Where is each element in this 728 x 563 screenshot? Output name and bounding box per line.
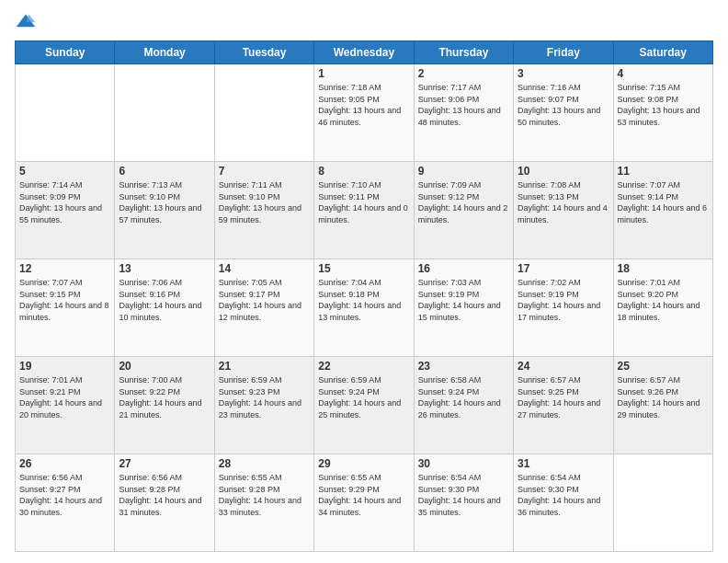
day-cell: 23Sunrise: 6:58 AM Sunset: 9:24 PM Dayli…	[414, 357, 513, 454]
day-cell: 22Sunrise: 6:59 AM Sunset: 9:24 PM Dayli…	[314, 357, 414, 454]
calendar-table: SundayMondayTuesdayWednesdayThursdayFrid…	[15, 40, 713, 552]
day-info: Sunrise: 7:17 AM Sunset: 9:06 PM Dayligh…	[418, 82, 509, 128]
day-cell: 19Sunrise: 7:01 AM Sunset: 9:21 PM Dayli…	[16, 357, 115, 454]
day-number: 2	[418, 67, 509, 80]
day-info: Sunrise: 7:13 AM Sunset: 9:10 PM Dayligh…	[119, 179, 210, 225]
day-info: Sunrise: 7:11 AM Sunset: 9:10 PM Dayligh…	[219, 179, 310, 225]
day-info: Sunrise: 6:57 AM Sunset: 9:25 PM Dayligh…	[518, 374, 609, 420]
day-number: 10	[518, 165, 609, 178]
col-header-sunday: Sunday	[16, 41, 115, 64]
day-info: Sunrise: 7:04 AM Sunset: 9:18 PM Dayligh…	[318, 277, 409, 323]
day-number: 27	[119, 457, 210, 470]
day-cell: 24Sunrise: 6:57 AM Sunset: 9:25 PM Dayli…	[514, 357, 613, 454]
day-info: Sunrise: 7:05 AM Sunset: 9:17 PM Dayligh…	[219, 277, 310, 323]
day-cell: 15Sunrise: 7:04 AM Sunset: 9:18 PM Dayli…	[314, 259, 414, 357]
day-number: 21	[219, 360, 310, 373]
day-cell: 5Sunrise: 7:14 AM Sunset: 9:09 PM Daylig…	[16, 162, 115, 259]
day-info: Sunrise: 7:01 AM Sunset: 9:20 PM Dayligh…	[618, 277, 709, 323]
col-header-thursday: Thursday	[414, 41, 513, 64]
week-row-2: 12Sunrise: 7:07 AM Sunset: 9:15 PM Dayli…	[16, 259, 713, 357]
day-info: Sunrise: 7:14 AM Sunset: 9:09 PM Dayligh…	[19, 179, 110, 225]
day-cell: 25Sunrise: 6:57 AM Sunset: 9:26 PM Dayli…	[613, 357, 712, 454]
day-number: 4	[618, 67, 709, 80]
col-header-tuesday: Tuesday	[214, 41, 313, 64]
day-info: Sunrise: 7:01 AM Sunset: 9:21 PM Dayligh…	[19, 374, 110, 420]
day-cell: 12Sunrise: 7:07 AM Sunset: 9:15 PM Dayli…	[16, 259, 115, 357]
logo-icon	[15, 11, 37, 33]
day-cell: 20Sunrise: 7:00 AM Sunset: 9:22 PM Dayli…	[115, 357, 214, 454]
day-info: Sunrise: 6:55 AM Sunset: 9:29 PM Dayligh…	[318, 472, 409, 518]
day-info: Sunrise: 6:55 AM Sunset: 9:28 PM Dayligh…	[219, 472, 310, 518]
day-cell: 10Sunrise: 7:08 AM Sunset: 9:13 PM Dayli…	[514, 162, 613, 259]
day-number: 31	[518, 457, 609, 470]
day-cell: 2Sunrise: 7:17 AM Sunset: 9:06 PM Daylig…	[414, 64, 513, 162]
day-number: 26	[19, 457, 110, 470]
day-cell	[214, 64, 313, 162]
col-header-saturday: Saturday	[613, 41, 712, 64]
day-cell: 16Sunrise: 7:03 AM Sunset: 9:19 PM Dayli…	[414, 259, 513, 357]
day-cell: 31Sunrise: 6:54 AM Sunset: 9:30 PM Dayli…	[514, 454, 613, 552]
day-info: Sunrise: 7:18 AM Sunset: 9:05 PM Dayligh…	[318, 82, 409, 128]
day-info: Sunrise: 6:54 AM Sunset: 9:30 PM Dayligh…	[418, 472, 509, 518]
day-info: Sunrise: 7:10 AM Sunset: 9:11 PM Dayligh…	[318, 179, 409, 225]
day-info: Sunrise: 6:59 AM Sunset: 9:24 PM Dayligh…	[318, 374, 409, 420]
day-info: Sunrise: 7:16 AM Sunset: 9:07 PM Dayligh…	[518, 82, 609, 128]
day-info: Sunrise: 7:07 AM Sunset: 9:15 PM Dayligh…	[19, 277, 110, 323]
day-cell: 28Sunrise: 6:55 AM Sunset: 9:28 PM Dayli…	[214, 454, 313, 552]
day-info: Sunrise: 7:03 AM Sunset: 9:19 PM Dayligh…	[418, 277, 509, 323]
day-number: 20	[119, 360, 210, 373]
day-number: 25	[618, 360, 709, 373]
day-number: 9	[418, 165, 509, 178]
day-info: Sunrise: 7:09 AM Sunset: 9:12 PM Dayligh…	[418, 179, 509, 225]
day-cell: 6Sunrise: 7:13 AM Sunset: 9:10 PM Daylig…	[115, 162, 214, 259]
day-number: 19	[19, 360, 110, 373]
day-info: Sunrise: 6:58 AM Sunset: 9:24 PM Dayligh…	[418, 374, 509, 420]
day-cell: 29Sunrise: 6:55 AM Sunset: 9:29 PM Dayli…	[314, 454, 414, 552]
day-number: 14	[219, 262, 310, 275]
day-info: Sunrise: 6:56 AM Sunset: 9:27 PM Dayligh…	[19, 472, 110, 518]
logo	[15, 11, 40, 33]
day-cell: 13Sunrise: 7:06 AM Sunset: 9:16 PM Dayli…	[115, 259, 214, 357]
week-row-1: 5Sunrise: 7:14 AM Sunset: 9:09 PM Daylig…	[16, 162, 713, 259]
day-number: 29	[318, 457, 409, 470]
day-number: 22	[318, 360, 409, 373]
day-number: 12	[19, 262, 110, 275]
day-cell: 26Sunrise: 6:56 AM Sunset: 9:27 PM Dayli…	[16, 454, 115, 552]
page: SundayMondayTuesdayWednesdayThursdayFrid…	[0, 0, 728, 563]
day-cell: 27Sunrise: 6:56 AM Sunset: 9:28 PM Dayli…	[115, 454, 214, 552]
day-info: Sunrise: 6:59 AM Sunset: 9:23 PM Dayligh…	[219, 374, 310, 420]
day-number: 3	[518, 67, 609, 80]
day-number: 11	[618, 165, 709, 178]
day-cell: 4Sunrise: 7:15 AM Sunset: 9:08 PM Daylig…	[613, 64, 712, 162]
day-number: 15	[318, 262, 409, 275]
col-header-monday: Monday	[115, 41, 214, 64]
day-cell: 11Sunrise: 7:07 AM Sunset: 9:14 PM Dayli…	[613, 162, 712, 259]
day-cell: 18Sunrise: 7:01 AM Sunset: 9:20 PM Dayli…	[613, 259, 712, 357]
day-cell: 8Sunrise: 7:10 AM Sunset: 9:11 PM Daylig…	[314, 162, 414, 259]
day-cell: 30Sunrise: 6:54 AM Sunset: 9:30 PM Dayli…	[414, 454, 513, 552]
day-info: Sunrise: 7:02 AM Sunset: 9:19 PM Dayligh…	[518, 277, 609, 323]
day-cell: 3Sunrise: 7:16 AM Sunset: 9:07 PM Daylig…	[514, 64, 613, 162]
col-header-wednesday: Wednesday	[314, 41, 414, 64]
day-info: Sunrise: 7:06 AM Sunset: 9:16 PM Dayligh…	[119, 277, 210, 323]
day-number: 23	[418, 360, 509, 373]
week-row-3: 19Sunrise: 7:01 AM Sunset: 9:21 PM Dayli…	[16, 357, 713, 454]
day-number: 13	[119, 262, 210, 275]
week-row-0: 1Sunrise: 7:18 AM Sunset: 9:05 PM Daylig…	[16, 64, 713, 162]
day-cell: 1Sunrise: 7:18 AM Sunset: 9:05 PM Daylig…	[314, 64, 414, 162]
week-row-4: 26Sunrise: 6:56 AM Sunset: 9:27 PM Dayli…	[16, 454, 713, 552]
day-number: 5	[19, 165, 110, 178]
day-number: 16	[418, 262, 509, 275]
day-number: 24	[518, 360, 609, 373]
day-cell: 7Sunrise: 7:11 AM Sunset: 9:10 PM Daylig…	[214, 162, 313, 259]
day-number: 8	[318, 165, 409, 178]
day-number: 17	[518, 262, 609, 275]
col-header-friday: Friday	[514, 41, 613, 64]
day-cell	[16, 64, 115, 162]
day-cell: 9Sunrise: 7:09 AM Sunset: 9:12 PM Daylig…	[414, 162, 513, 259]
day-info: Sunrise: 7:15 AM Sunset: 9:08 PM Dayligh…	[618, 82, 709, 128]
day-info: Sunrise: 7:07 AM Sunset: 9:14 PM Dayligh…	[618, 179, 709, 225]
day-info: Sunrise: 6:54 AM Sunset: 9:30 PM Dayligh…	[518, 472, 609, 518]
day-cell	[613, 454, 712, 552]
day-number: 1	[318, 67, 409, 80]
